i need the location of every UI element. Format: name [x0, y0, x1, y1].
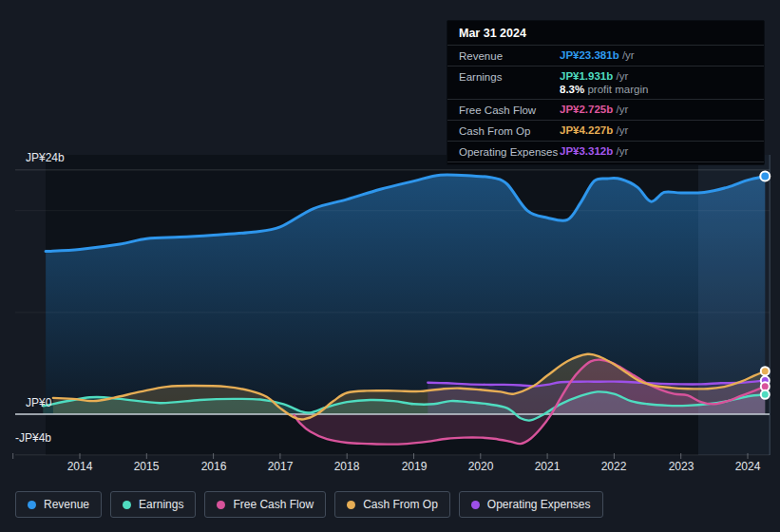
earnings-dot-icon — [123, 501, 131, 509]
tooltip-row-free-cash-flow: Free Cash Flow JP¥2.725b /yr — [447, 99, 764, 120]
legend-item-revenue[interactable]: Revenue — [15, 491, 102, 518]
hover-tooltip: Mar 31 2024 Revenue JP¥23.381b /yr Earni… — [447, 20, 765, 165]
x-axis-label: 2021 — [535, 460, 561, 473]
y-axis-label-neg4b: -JP¥4b — [15, 431, 51, 445]
legend-item-earnings[interactable]: Earnings — [110, 491, 196, 518]
y-axis-label-24b: JP¥24b — [26, 151, 65, 164]
tooltip-value: JP¥1.931b — [560, 70, 613, 82]
tooltip-row-earnings: Earnings JP¥1.931b /yr 8.3% profit margi… — [447, 66, 764, 99]
y-axis-label-0: JP¥0 — [26, 396, 51, 409]
endpoint-dot-revenue — [760, 171, 770, 180]
x-axis-label: 2020 — [468, 460, 494, 473]
tooltip-label: Cash From Op — [459, 124, 560, 138]
tooltip-value: JP¥4.227b — [560, 124, 613, 136]
tooltip-label: Earnings — [459, 69, 560, 84]
chart-legend: Revenue Earnings Free Cash Flow Cash Fro… — [15, 491, 603, 518]
tooltip-row-revenue: Revenue JP¥23.381b /yr — [447, 45, 764, 66]
legend-item-operating-expenses[interactable]: Operating Expenses — [459, 491, 603, 518]
tooltip-row-cash-from-op: Cash From Op JP¥4.227b /yr — [447, 120, 764, 141]
tooltip-value: JP¥23.381b — [560, 49, 619, 61]
free-cash-flow-dot-icon — [217, 501, 225, 509]
tooltip-value: JP¥3.312b — [560, 145, 613, 157]
tooltip-label: Operating Expenses — [459, 144, 560, 159]
endpoint-dot-cash-from-op — [761, 367, 770, 375]
x-axis-label: 2022 — [601, 460, 627, 473]
x-axis-label: 2018 — [334, 460, 360, 473]
profit-margin-text: profit margin — [587, 84, 648, 95]
x-axis-label: 2023 — [669, 460, 694, 473]
earnings-revenue-chart-card: JP¥24b JP¥0 -JP¥4b 2014 2015 2016 2017 2… — [0, 0, 780, 532]
x-axis-label: 2017 — [268, 460, 294, 473]
tooltip-label: Free Cash Flow — [459, 103, 560, 117]
tooltip-value: JP¥2.725b — [560, 104, 613, 115]
tooltip-date: Mar 31 2024 — [447, 21, 764, 45]
x-axis-label: 2024 — [735, 460, 761, 473]
x-axis-label: 2015 — [134, 460, 160, 473]
tooltip-row-operating-expenses: Operating Expenses JP¥3.312b /yr — [447, 141, 764, 162]
revenue-dot-icon — [28, 501, 36, 509]
profit-margin-value: 8.3% — [560, 84, 584, 95]
legend-item-cash-from-op[interactable]: Cash From Op — [334, 491, 450, 518]
legend-item-free-cash-flow[interactable]: Free Cash Flow — [204, 491, 326, 518]
operating-expenses-dot-icon — [471, 501, 480, 509]
cash-from-op-dot-icon — [347, 501, 355, 509]
tooltip-label: Revenue — [459, 48, 560, 63]
highlight-band — [698, 155, 770, 455]
x-axis-label: 2019 — [402, 460, 428, 473]
x-axis-label: 2014 — [67, 460, 93, 473]
x-axis-label: 2016 — [201, 460, 227, 473]
endpoint-dot-earnings — [761, 390, 770, 399]
